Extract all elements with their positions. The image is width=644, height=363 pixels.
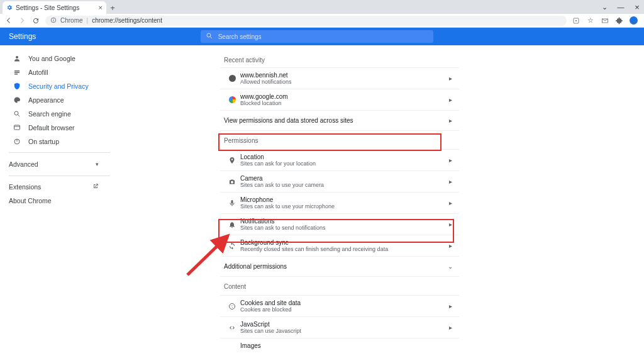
content-images-row[interactable]: Images (220, 338, 459, 353)
sidebar-item-label: On startup (28, 138, 59, 145)
svg-point-6 (207, 33, 211, 37)
permission-title: Background sync (240, 239, 445, 246)
content-cookies-row[interactable]: Cookies and site data Cookies are blocke… (220, 295, 459, 316)
share-icon[interactable] (572, 16, 580, 25)
permission-notifications-row[interactable]: Notifications Sites can ask to send noti… (220, 213, 459, 235)
close-window-icon[interactable]: × (633, 3, 641, 12)
sidebar-item-label: Security and Privacy (28, 82, 89, 90)
sidebar-item-appearance[interactable]: Appearance (0, 93, 110, 107)
sidebar-advanced[interactable]: Advanced ▾ (0, 157, 110, 172)
sidebar-extensions[interactable]: Extensions (0, 180, 110, 194)
settings-search[interactable] (201, 30, 433, 43)
profile-avatar[interactable]: a (630, 16, 638, 25)
back-button[interactable] (4, 16, 13, 25)
cookie-icon (224, 303, 240, 310)
power-icon (13, 138, 21, 146)
chevron-right-icon: ▸ (445, 96, 455, 103)
search-icon (13, 110, 21, 118)
browser-tab[interactable]: Settings - Site Settings × (3, 1, 106, 14)
recent-site-row[interactable]: www.bennish.net Allowed notifications ▸ (220, 67, 459, 89)
content-heading: Content (220, 276, 459, 295)
omnibox[interactable]: Chrome | chrome://settings/content (45, 16, 567, 26)
sidebar-item-search-engine[interactable]: Search engine (0, 107, 110, 121)
toolbar-icons: ☆ a (572, 16, 640, 25)
permission-title: Camera (240, 175, 445, 182)
tab-title: Settings - Site Settings (16, 4, 79, 11)
svg-point-15 (230, 303, 235, 309)
site-info-icon[interactable] (50, 17, 57, 25)
row-label: Additional permissions (224, 260, 445, 272)
sidebar-about-chrome[interactable]: About Chrome (0, 194, 110, 208)
site-status: Allowed notifications (240, 79, 445, 85)
sidebar-item-autofill[interactable]: Autofill (0, 65, 110, 79)
extensions-icon[interactable] (615, 16, 623, 25)
chevron-down-icon: ⌄ (445, 263, 455, 270)
sidebar-item-on-startup[interactable]: On startup (0, 135, 110, 148)
site-status: Blocked location (240, 100, 445, 106)
sidebar-item-label: Autofill (28, 69, 48, 76)
window-controls: ⌄ — × (600, 0, 641, 14)
recent-site-row[interactable]: www.google.com Blocked location ▸ (220, 89, 459, 110)
svg-rect-2 (53, 18, 54, 19)
tab-strip: Settings - Site Settings × + ⌄ — × (0, 0, 644, 14)
svg-point-17 (232, 304, 233, 305)
code-icon (224, 324, 240, 332)
microphone-icon (224, 199, 240, 207)
search-input[interactable] (218, 33, 428, 40)
svg-point-9 (14, 111, 18, 115)
chevron-right-icon: ▸ (445, 242, 455, 249)
permission-microphone-row[interactable]: Microphone Sites can ask to use your mic… (220, 192, 459, 213)
external-link-icon (92, 183, 99, 191)
svg-line-7 (210, 37, 212, 39)
svg-rect-11 (14, 125, 19, 130)
view-all-permissions-row[interactable]: View permissions and data stored across … (220, 110, 459, 130)
minimize-icon[interactable]: — (616, 3, 625, 11)
close-icon[interactable]: × (99, 4, 103, 11)
palette-icon (13, 96, 21, 104)
svg-line-10 (18, 115, 19, 117)
content-sub: Sites can use Javascript (240, 328, 445, 334)
permission-background-sync-row[interactable]: Background sync Recently closed sites ca… (220, 235, 459, 256)
reload-button[interactable] (31, 16, 40, 25)
chevron-right-icon: ▸ (445, 303, 455, 310)
mail-icon[interactable] (601, 16, 609, 25)
svg-point-16 (231, 305, 231, 306)
permission-camera-row[interactable]: Camera Sites can ask to use your camera … (220, 170, 459, 192)
chevron-right-icon: ▸ (445, 117, 455, 124)
permission-sub: Recently closed sites can finish sending… (240, 246, 445, 252)
forward-button[interactable] (18, 16, 26, 25)
chevron-right-icon: ▸ (445, 178, 455, 185)
svg-point-8 (16, 56, 18, 59)
person-icon (13, 55, 21, 63)
sidebar-separator (9, 152, 110, 153)
content-title: Images (240, 342, 455, 349)
permission-sub: Sites can ask to use your camera (240, 182, 445, 188)
settings-title: Settings (9, 32, 36, 41)
browser-icon (13, 124, 21, 132)
sidebar-about-label: About Chrome (9, 197, 52, 204)
chevron-down-icon[interactable]: ⌄ (600, 3, 609, 11)
sidebar-advanced-label: Advanced (9, 160, 38, 168)
sidebar-separator (9, 176, 110, 176)
sidebar-item-security-privacy[interactable]: Security and Privacy (0, 79, 110, 93)
bell-icon (224, 221, 240, 228)
permission-title: Microphone (240, 196, 445, 203)
camera-icon (224, 178, 240, 186)
new-tab-button[interactable]: + (106, 1, 119, 14)
sidebar-item-label: Default browser (28, 124, 75, 131)
additional-permissions-row[interactable]: Additional permissions ⌄ (220, 256, 459, 276)
sidebar-item-default-browser[interactable]: Default browser (0, 121, 110, 135)
permission-location-row[interactable]: Location Sites can ask for your location… (220, 149, 459, 170)
chevron-down-icon: ▾ (96, 161, 99, 167)
settings-sidebar: You and Google Autofill Security and Pri… (0, 45, 110, 363)
sidebar-item-you-and-google[interactable]: You and Google (0, 52, 110, 65)
sidebar-item-label: You and Google (28, 55, 75, 62)
omnibox-prefix: Chrome (60, 17, 83, 24)
site-host: www.google.com (240, 93, 445, 100)
svg-point-18 (232, 306, 233, 307)
star-icon[interactable]: ☆ (586, 16, 594, 25)
content-title: JavaScript (240, 321, 445, 328)
row-label: View permissions and data stored across … (224, 114, 445, 126)
sidebar-extensions-label: Extensions (9, 183, 41, 191)
content-javascript-row[interactable]: JavaScript Sites can use Javascript ▸ (220, 316, 459, 338)
